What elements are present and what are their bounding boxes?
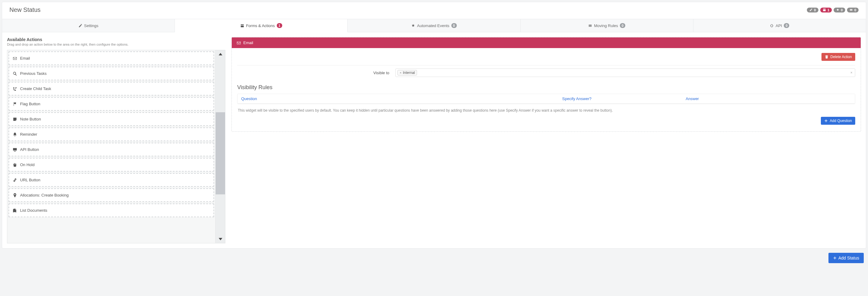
email-action-body: Delete Action Visible to × Internal × bbox=[232, 48, 861, 131]
docs-icon bbox=[13, 208, 17, 213]
visibility-note: This widget will be visible to the speci… bbox=[237, 104, 855, 117]
add-status-button[interactable]: Add Status bbox=[829, 253, 864, 263]
chevron-up-icon bbox=[219, 53, 222, 55]
action-item-list-documents[interactable]: List Documents bbox=[8, 204, 214, 217]
edit-icon bbox=[79, 24, 83, 28]
api-icon bbox=[770, 24, 774, 28]
actions-scrollbar[interactable] bbox=[215, 50, 225, 243]
table-header: Question Specify Answer? Answer bbox=[238, 94, 855, 104]
col-answer[interactable]: Answer bbox=[682, 94, 855, 103]
tab-api[interactable]: API 0 bbox=[693, 19, 866, 32]
visibility-rules-title: Visibility Rules bbox=[237, 84, 855, 91]
visible-to-field[interactable]: × Internal × bbox=[395, 68, 855, 77]
plus-icon bbox=[824, 119, 828, 123]
delete-action-button[interactable]: Delete Action bbox=[822, 53, 855, 61]
search-icon bbox=[13, 71, 17, 76]
status-panel: New Status 0 1 0 0 Settings bbox=[2, 2, 866, 248]
visible-to-row: Visible to × Internal × bbox=[237, 65, 855, 80]
visible-to-tag-internal[interactable]: × Internal bbox=[398, 70, 417, 76]
branch-icon bbox=[13, 87, 17, 91]
panel-header: New Status 0 1 0 0 bbox=[2, 2, 866, 19]
action-item-reminder[interactable]: Reminder bbox=[8, 127, 214, 141]
flag-icon bbox=[13, 102, 17, 106]
api-count-badge: 0 bbox=[784, 23, 789, 28]
add-question-button[interactable]: Add Question bbox=[821, 117, 855, 125]
scroll-track[interactable] bbox=[216, 58, 225, 235]
tab-moving-rules[interactable]: Moving Rules 0 bbox=[521, 19, 693, 32]
visible-to-label: Visible to bbox=[237, 70, 389, 75]
action-item-api-button[interactable]: API Button bbox=[8, 143, 214, 156]
action-item-note-button[interactable]: Note Button bbox=[8, 112, 214, 126]
tab-automated-events[interactable]: Automated Events 0 bbox=[348, 19, 520, 32]
scroll-down[interactable] bbox=[216, 235, 225, 243]
form-icon bbox=[240, 24, 244, 28]
moving-count-badge: 0 bbox=[620, 23, 625, 28]
moving-icon bbox=[849, 8, 853, 11]
bell-icon bbox=[13, 132, 17, 137]
badge-forms[interactable]: 1 bbox=[820, 8, 832, 12]
automation-icon bbox=[411, 24, 415, 28]
mail-icon bbox=[13, 56, 17, 61]
badge-settings[interactable]: 0 bbox=[807, 8, 818, 12]
mail-icon bbox=[237, 41, 241, 45]
visibility-rules-table: Question Specify Answer? Answer bbox=[237, 94, 855, 104]
page-footer: Add Status bbox=[2, 248, 866, 267]
action-item-email[interactable]: Email bbox=[8, 51, 214, 65]
trash-icon bbox=[825, 55, 829, 59]
automation-icon bbox=[836, 8, 839, 11]
action-item-allocations-create-booking[interactable]: Allocations: Create Booking bbox=[8, 188, 214, 202]
col-specify-answer[interactable]: Specify Answer? bbox=[559, 94, 682, 103]
actions-list: Email Previous Tasks Create Child Task F… bbox=[8, 51, 214, 242]
tab-forms-actions[interactable]: Forms & Actions 1 bbox=[175, 19, 348, 32]
email-action-header: Email bbox=[232, 37, 861, 48]
tabs: Settings Forms & Actions 1 Automated Eve… bbox=[2, 19, 866, 32]
page-title: New Status bbox=[9, 6, 40, 13]
available-actions-sidebar: Available Actions Drag and drop an actio… bbox=[7, 37, 225, 243]
badge-moving[interactable]: 0 bbox=[847, 8, 859, 12]
chevron-down-icon bbox=[219, 238, 222, 240]
pin-icon bbox=[13, 193, 17, 198]
actions-list-container: Email Previous Tasks Create Child Task F… bbox=[7, 50, 225, 243]
panel-body: Available Actions Drag and drop an actio… bbox=[2, 32, 866, 248]
remove-tag-icon[interactable]: × bbox=[400, 71, 401, 75]
action-config-area: Email Delete Action Visible to × bbox=[231, 37, 861, 132]
sidebar-hint: Drag and drop an action below to the are… bbox=[7, 42, 225, 46]
col-question[interactable]: Question bbox=[238, 94, 559, 103]
action-item-on-hold[interactable]: On Hold bbox=[8, 158, 214, 172]
email-action-panel: Email Delete Action Visible to × bbox=[231, 37, 861, 132]
tab-settings[interactable]: Settings bbox=[2, 19, 175, 32]
clear-field-icon[interactable]: × bbox=[850, 70, 852, 75]
hand-icon bbox=[13, 163, 17, 167]
monitor-icon bbox=[13, 148, 17, 152]
form-icon bbox=[823, 8, 826, 11]
moving-icon bbox=[588, 24, 592, 28]
plus-icon bbox=[833, 256, 837, 260]
action-item-flag-button[interactable]: Flag Button bbox=[8, 97, 214, 111]
forms-count-badge: 1 bbox=[277, 23, 282, 28]
header-badges: 0 1 0 0 bbox=[807, 8, 859, 12]
action-item-url-button[interactable]: URL Button bbox=[8, 173, 214, 187]
link-icon bbox=[13, 178, 17, 182]
badge-automation[interactable]: 0 bbox=[834, 8, 845, 12]
auto-count-badge: 0 bbox=[451, 23, 457, 28]
action-item-create-child-task[interactable]: Create Child Task bbox=[8, 82, 214, 95]
scroll-up[interactable] bbox=[216, 50, 225, 58]
action-item-previous-tasks[interactable]: Previous Tasks bbox=[8, 67, 214, 80]
note-icon bbox=[13, 117, 17, 121]
scroll-thumb[interactable] bbox=[216, 112, 225, 195]
edit-icon bbox=[809, 8, 813, 11]
sidebar-title: Available Actions bbox=[7, 37, 225, 42]
